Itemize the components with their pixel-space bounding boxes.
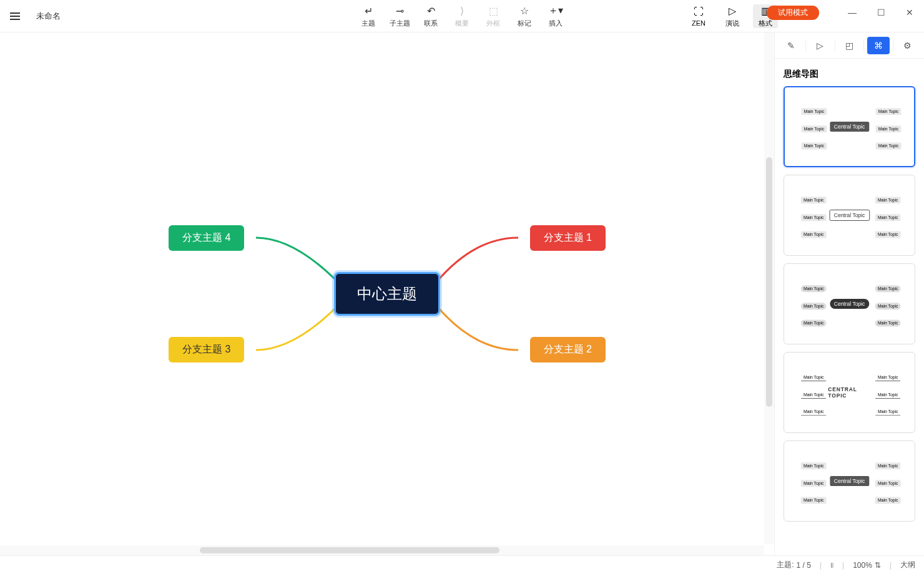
toolbar-zen[interactable]: ⛶ZEN [683, 0, 714, 32]
maximize-button[interactable]: ☐ [867, 0, 895, 25]
relation-icon: ↶ [427, 5, 435, 17]
sidebar-tab-structure[interactable]: ⌘ [867, 37, 890, 54]
document-title: 未命名 [36, 11, 61, 22]
canvas[interactable]: 中心主题 分支主题 1 分支主题 2 分支主题 3 分支主题 4 [0, 32, 774, 555]
topic-icon: ↵ [365, 5, 373, 17]
stepper-icon: ⇅ [875, 561, 881, 570]
insert-icon: ＋▾ [548, 5, 563, 17]
trial-mode-button[interactable]: 试用模式 [767, 6, 819, 20]
toolbar-right: ⛶ZEN▷演说▥格式 [683, 0, 780, 32]
toolbar-subtopic[interactable]: ⊸子主题 [384, 0, 415, 32]
titlebar: 未命名 ↵主题⊸子主题↶联系⟩概要⬚外框☆标记＋▾插入 ⛶ZEN▷演说▥格式 试… [0, 0, 924, 32]
sidebar-tab-slides[interactable]: ▷ [809, 37, 832, 54]
branch-topic-3[interactable]: 分支主题 3 [169, 337, 244, 362]
zen-icon: ⛶ [694, 6, 704, 18]
sidebar: ✎▷◰⌘⚙ 思维导图 Main TopicMain TopicMain Topi… [774, 32, 924, 555]
mindmap: 中心主题 分支主题 1 分支主题 2 分支主题 3 分支主题 4 [169, 219, 606, 369]
template-thumbnail[interactable]: Main TopicMain TopicMain TopicMain Topic… [784, 440, 915, 522]
sidebar-tab-share[interactable]: ⚙ [897, 37, 919, 54]
outline-toggle[interactable]: 大纲 [900, 560, 915, 570]
sidebar-tab-note[interactable]: ◰ [838, 37, 860, 54]
branch-topic-1[interactable]: 分支主题 1 [530, 225, 606, 251]
toolbar-summary: ⟩概要 [446, 0, 478, 32]
template-thumbnail[interactable]: Main TopicMain TopicMain TopicMain Topic… [784, 86, 915, 167]
summary-icon: ⟩ [460, 5, 464, 17]
toolbar-insert[interactable]: ＋▾插入 [540, 0, 571, 32]
toolbar-topic[interactable]: ↵主题 [353, 0, 384, 32]
template-thumbnail[interactable]: Main TopicMain TopicMain TopicMain Topic… [784, 263, 915, 344]
toolbar-present[interactable]: ▷演说 [717, 0, 748, 32]
sidebar-tabs: ✎▷◰⌘⚙ [775, 32, 924, 59]
sidebar-tab-style[interactable]: ✎ [780, 37, 802, 54]
central-topic[interactable]: 中心主题 [334, 272, 440, 316]
zoom-control[interactable]: 100% ⇅ [853, 561, 881, 570]
marker-icon: ☆ [520, 5, 529, 17]
toolbar-border: ⬚外框 [478, 0, 509, 32]
toolbar-relation[interactable]: ↶联系 [415, 0, 446, 32]
template-thumbnail[interactable]: Main TopicMain TopicMain TopicMain Topic… [784, 175, 915, 256]
scrollbar-vertical[interactable] [764, 32, 774, 544]
map-view-icon[interactable]: ⫴ [830, 561, 833, 570]
close-button[interactable]: ✕ [895, 0, 924, 25]
present-icon: ▷ [729, 5, 736, 17]
statusbar: 主题: 1 / 5 | ⫴ | 100% ⇅ | 大纲 [0, 555, 924, 574]
branch-topic-2[interactable]: 分支主题 2 [530, 337, 606, 362]
branch-topic-4[interactable]: 分支主题 4 [169, 225, 244, 251]
hamburger-icon [10, 12, 20, 20]
topic-counter: 主题: 1 / 5 [777, 560, 811, 570]
toolbar-marker[interactable]: ☆标记 [509, 0, 540, 32]
subtopic-icon: ⊸ [396, 5, 404, 17]
sidebar-title: 思维导图 [775, 59, 924, 86]
template-list: Main TopicMain TopicMain TopicMain Topic… [775, 86, 924, 555]
toolbar-main: ↵主题⊸子主题↶联系⟩概要⬚外框☆标记＋▾插入 [353, 0, 571, 32]
minimize-button[interactable]: — [838, 0, 867, 25]
scrollbar-horizontal[interactable] [0, 545, 764, 555]
border-icon: ⬚ [489, 5, 498, 17]
template-thumbnail[interactable]: Main TopicMain TopicMain TopicMain Topic… [784, 352, 915, 433]
menu-button[interactable] [0, 12, 30, 20]
window-controls: 试用模式 — ☐ ✕ [767, 0, 924, 25]
